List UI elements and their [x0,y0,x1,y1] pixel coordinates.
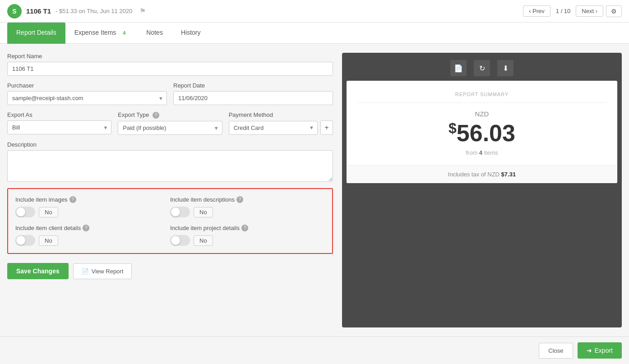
report-refresh-button[interactable]: ↻ [474,60,490,76]
report-date-group: Report Date [173,82,333,105]
report-card: REPORT SUMMARY NZD $56.03 from 4 items I… [347,81,617,183]
include-images-toggle[interactable] [15,207,35,217]
include-images-toggle-thumb [16,207,25,217]
include-project-toggle-thumb [171,236,180,245]
tab-report-details[interactable]: Report Details [7,23,65,44]
export-as-select-wrapper: Bill ▼ [7,120,111,134]
export-as-label: Export As [7,111,111,118]
save-changes-button[interactable]: Save Changes [7,263,69,279]
options-box: Include item images ? No Include [7,188,333,254]
include-project-option: Include item project details ? No [170,225,325,246]
page-indicator: 1 / 10 [553,8,574,14]
payment-method-row: Credit Card ▼ + [229,120,333,135]
download-icon: ⬇ [503,64,509,73]
tab-notes[interactable]: Notes [137,23,172,44]
expense-items-badge: 4 [120,30,128,36]
purchaser-select[interactable]: sample@receipt-stash.com [7,91,167,105]
purchaser-label: Purchaser [7,82,167,89]
export-button[interactable]: ➜ Export [578,342,622,359]
include-descriptions-label: Include item descriptions ? [170,196,325,203]
include-images-toggle-wrapper: No [15,207,170,217]
top-bar: S 1106 T1 - $51.33 on Thu, Jun 11 2020 ⚑… [0,0,629,23]
bottom-bar: Save Changes 📄 View Report [7,260,333,282]
report-panel: 📄 ↻ ⬇ REPORT SUMMARY NZD $56.03 from 4 i… [342,53,622,327]
prev-button[interactable]: ‹ Prev [523,5,550,17]
include-project-toggle-label: No [194,235,213,246]
purchaser-select-wrapper: sample@receipt-stash.com ▼ [7,91,167,105]
include-client-toggle-thumb [16,236,25,245]
purchaser-group: Purchaser sample@receipt-stash.com ▼ [7,82,167,105]
export-type-help-icon: ? [153,112,159,119]
include-client-label: Include item client details ? [15,225,170,231]
main-content: Report Name Purchaser sample@receipt-sta… [0,44,629,336]
description-group: Description [7,141,333,182]
include-client-help-icon: ? [83,225,89,231]
options-row-2: Include item client details ? No [15,225,325,246]
payment-method-select-wrapper: Credit Card ▼ [229,121,318,135]
export-type-label: Export Type ? [118,111,222,119]
view-report-button[interactable]: 📄 View Report [73,263,132,279]
dollar-sign: $ [449,120,457,136]
report-download-button[interactable]: ⬇ [497,60,513,76]
include-project-toggle-wrapper: No [170,235,325,246]
report-date-label: Report Date [173,82,333,89]
report-date-input[interactable] [173,91,333,105]
file-icon: 📄 [82,268,89,275]
report-name-group: Report Name [7,53,333,76]
report-title: 1106 T1 [26,7,51,15]
description-label: Description [7,141,333,148]
export-as-group: Export As Bill ▼ [7,111,111,135]
app-icon: S [7,4,22,18]
include-client-toggle-wrapper: No [15,235,170,246]
tax-amount: $7.31 [501,171,516,178]
include-project-toggle[interactable] [170,235,190,246]
footer: Close ➜ Export [0,336,629,364]
payment-method-select[interactable]: Credit Card [229,121,318,135]
export-type-select-wrapper: Paid (if possible) ▼ [118,121,222,135]
top-bar-right: ‹ Prev 1 / 10 Next › ⚙ [523,5,622,17]
options-row-1: Include item images ? No Include [15,196,325,217]
export-type-select[interactable]: Paid (if possible) [118,121,222,135]
report-subtitle: - $51.33 on Thu, Jun 11 2020 [56,8,132,14]
include-descriptions-toggle-label: No [194,207,213,217]
include-descriptions-option: Include item descriptions ? No [170,196,325,217]
top-bar-left: S 1106 T1 - $51.33 on Thu, Jun 11 2020 ⚑ [7,4,146,18]
include-project-help-icon: ? [241,225,248,231]
report-file-button[interactable]: 📄 [450,60,467,76]
purchaser-date-row: Purchaser sample@receipt-stash.com ▼ Rep… [7,82,333,105]
add-payment-button[interactable]: + [320,120,333,135]
settings-button[interactable]: ⚙ [606,5,622,17]
report-summary-title: REPORT SUMMARY [357,92,606,103]
include-descriptions-toggle[interactable] [170,207,190,217]
include-client-toggle-label: No [39,235,58,246]
tab-expense-items[interactable]: Expense Items 4 [65,23,138,44]
include-client-toggle[interactable] [15,235,35,246]
tab-history[interactable]: History [172,23,210,44]
include-descriptions-toggle-wrapper: No [170,207,325,217]
report-tax: Includes tax of NZD $7.31 [347,165,617,183]
export-row: Export As Bill ▼ Export Type ? [7,111,333,135]
payment-method-label: Payment Method [229,111,333,118]
report-currency: NZD [475,110,489,118]
include-images-option: Include item images ? No [15,196,170,217]
include-descriptions-help-icon: ? [236,196,243,203]
include-images-label: Include item images ? [15,196,170,203]
form-panel: Report Name Purchaser sample@receipt-sta… [7,53,333,327]
report-toolbar: 📄 ↻ ⬇ [347,57,617,81]
export-icon: ➜ [587,347,592,354]
include-images-help-icon: ? [69,196,76,203]
include-project-label: Include item project details ? [170,225,325,231]
include-images-toggle-label: No [39,207,58,217]
include-descriptions-toggle-thumb [171,207,180,217]
close-button[interactable]: Close [539,343,573,359]
payment-method-group: Payment Method Credit Card ▼ + [229,111,333,135]
export-as-select[interactable]: Bill [7,120,111,134]
description-textarea[interactable] [7,150,333,182]
report-name-input[interactable] [7,62,333,76]
report-from: from 4 items [466,149,498,156]
file-icon: 📄 [454,64,463,73]
flag-icon: ⚑ [139,7,146,15]
report-amount: $56.03 [449,120,515,147]
include-client-option: Include item client details ? No [15,225,170,246]
next-button[interactable]: Next › [576,5,603,17]
